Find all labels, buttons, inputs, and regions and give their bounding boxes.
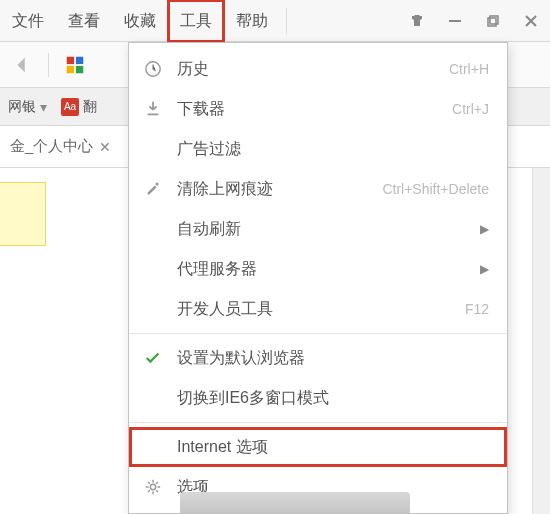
menuitem-label: 广告过滤 <box>177 139 489 160</box>
menuitem-label: Internet 选项 <box>177 437 489 458</box>
menuitem-label: 切换到IE6多窗口模式 <box>177 388 489 409</box>
menu-help[interactable]: 帮助 <box>224 0 280 42</box>
menuitem-autorefresh[interactable]: 自动刷新 ▶ <box>129 209 507 249</box>
skin-button[interactable] <box>398 0 436 42</box>
minimize-button[interactable] <box>436 0 474 42</box>
close-icon[interactable]: ✕ <box>99 139 111 155</box>
brush-icon <box>143 179 163 199</box>
clock-icon <box>143 59 163 79</box>
back-button[interactable] <box>8 51 36 79</box>
menu-view[interactable]: 查看 <box>56 0 112 42</box>
menuitem-label: 下载器 <box>177 99 438 120</box>
menuitem-label: 开发人员工具 <box>177 299 451 320</box>
menuitem-default-browser[interactable]: 设置为默认浏览器 <box>129 338 507 378</box>
gear-icon <box>143 477 163 497</box>
svg-rect-0 <box>449 20 461 22</box>
svg-rect-3 <box>67 56 74 63</box>
menuitem-label: 自动刷新 <box>177 219 466 240</box>
svg-rect-8 <box>148 114 159 116</box>
check-icon <box>143 348 163 368</box>
close-button[interactable] <box>512 0 550 42</box>
vertical-scrollbar[interactable] <box>532 168 550 514</box>
menubar: 文件 查看 收藏 工具 帮助 <box>0 0 550 42</box>
blank-icon <box>143 139 163 159</box>
menuitem-ie6-mode[interactable]: 切换到IE6多窗口模式 <box>129 378 507 418</box>
menuitem-devtools[interactable]: 开发人员工具 F12 <box>129 289 507 329</box>
menuitem-internet-options[interactable]: Internet 选项 <box>129 427 507 467</box>
blank-icon <box>143 388 163 408</box>
menuitem-label: 设置为默认浏览器 <box>177 348 489 369</box>
menuitem-accel: F12 <box>465 301 489 317</box>
svg-rect-1 <box>488 18 496 26</box>
svg-rect-6 <box>76 65 83 72</box>
svg-rect-5 <box>67 65 74 72</box>
menubar-divider <box>286 8 287 34</box>
google-icon[interactable] <box>61 51 89 79</box>
bottom-tab-preview <box>180 492 410 514</box>
menuitem-clear-history[interactable]: 清除上网痕迹 Ctrl+Shift+Delete <box>129 169 507 209</box>
menuitem-adblock[interactable]: 广告过滤 <box>129 129 507 169</box>
svg-rect-2 <box>490 16 498 24</box>
menuitem-label: 清除上网痕迹 <box>177 179 368 200</box>
menuitem-accel: Ctrl+H <box>449 61 489 77</box>
blank-icon <box>143 437 163 457</box>
menu-file[interactable]: 文件 <box>0 0 56 42</box>
translate-icon: Aa <box>61 98 79 116</box>
bookmark-translate[interactable]: Aa 翻 <box>61 98 97 116</box>
menu-favorites[interactable]: 收藏 <box>112 0 168 42</box>
download-icon <box>143 99 163 119</box>
blank-icon <box>143 299 163 319</box>
menuitem-label: 历史 <box>177 59 435 80</box>
submenu-arrow-icon: ▶ <box>480 222 489 236</box>
menuitem-proxy[interactable]: 代理服务器 ▶ <box>129 249 507 289</box>
bookmark-netbank[interactable]: 网银 ▾ <box>8 98 47 116</box>
tab-title: 金_个人中心 <box>10 137 93 156</box>
svg-rect-9 <box>155 182 159 186</box>
svg-rect-4 <box>76 56 83 63</box>
svg-point-10 <box>150 484 155 489</box>
menuitem-accel: Ctrl+Shift+Delete <box>382 181 489 197</box>
toolbar-divider <box>48 53 49 77</box>
window-controls <box>398 0 550 42</box>
restore-button[interactable] <box>474 0 512 42</box>
tab-active[interactable]: 金_个人中心 ✕ <box>0 126 121 168</box>
blank-icon <box>143 219 163 239</box>
menu-tools[interactable]: 工具 <box>168 0 224 42</box>
bookmark-label: 网银 <box>8 98 36 116</box>
menuitem-downloads[interactable]: 下载器 Ctrl+J <box>129 89 507 129</box>
menuitem-label: 代理服务器 <box>177 259 466 280</box>
menuitem-accel: Ctrl+J <box>452 101 489 117</box>
submenu-arrow-icon: ▶ <box>480 262 489 276</box>
menu-separator <box>129 333 507 334</box>
chevron-down-icon: ▾ <box>40 99 47 115</box>
menuitem-history[interactable]: 历史 Ctrl+H <box>129 49 507 89</box>
blank-icon <box>143 259 163 279</box>
menu-separator <box>129 422 507 423</box>
sticky-note <box>0 182 46 246</box>
bookmark-label: 翻 <box>83 98 97 116</box>
tools-dropdown: 历史 Ctrl+H 下载器 Ctrl+J 广告过滤 清除上网痕迹 Ctrl+Sh… <box>128 42 508 514</box>
